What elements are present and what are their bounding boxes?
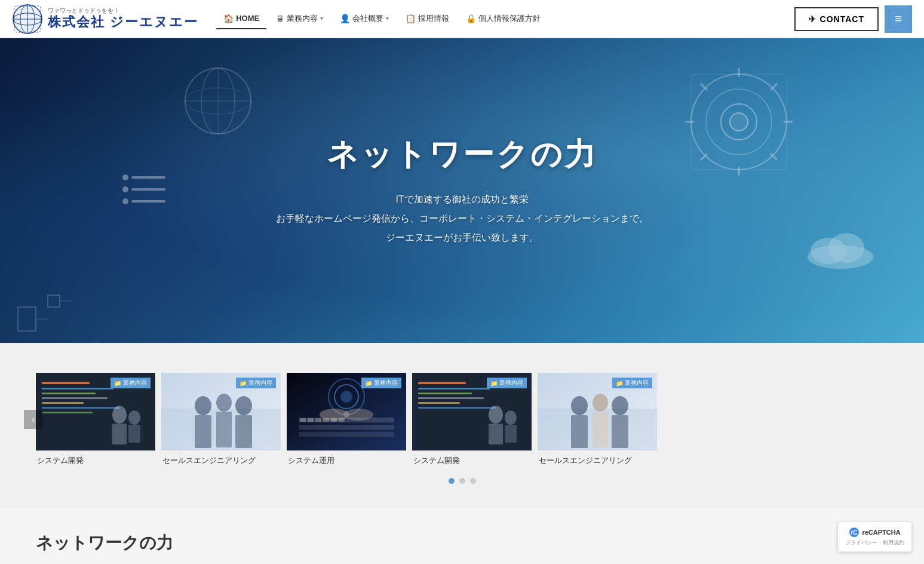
nav-recruitment[interactable]: 📋 採用情報	[398, 8, 456, 30]
svg-point-9	[730, 113, 748, 131]
card-5-badge-text: 業務内容	[625, 379, 649, 387]
recaptcha-label: reCAPTCHA	[862, 529, 900, 536]
svg-point-87	[593, 394, 608, 412]
card-3[interactable]: 📁 業務内容	[287, 373, 406, 466]
hero-subtitle: ITで加速する御社の成功と繁栄 お手軽なホームページ発信から、コーポレート・シス…	[276, 190, 649, 247]
globe-decoration	[179, 62, 257, 142]
header-right: ✈ CONTACT ≡	[794, 5, 912, 33]
contact-label: CONTACT	[820, 14, 864, 24]
card-4-label: システム開発	[412, 455, 532, 466]
logo[interactable]: ワァワっとドゥドゥをを！ 株式会社 ジーエヌエー	[12, 4, 198, 35]
svg-rect-33	[18, 307, 36, 331]
clipboard-icon: 📋	[406, 14, 416, 23]
card-1-image: 📁 業務内容	[36, 373, 155, 450]
list-decoration	[119, 168, 167, 213]
card-5[interactable]: 📁 業務内容	[538, 373, 657, 466]
svg-text:rC: rC	[851, 529, 858, 536]
carousel-dot-3[interactable]	[470, 478, 476, 484]
svg-rect-42	[42, 402, 84, 404]
svg-rect-77	[418, 402, 460, 404]
nav-privacy-label: 個人情報保護方針	[478, 13, 541, 24]
card-3-badge-text: 業務内容	[374, 379, 398, 387]
nav-services[interactable]: 🖥 業務内容 ▾	[269, 8, 330, 30]
globe-deco-icon	[179, 62, 257, 140]
svg-rect-46	[112, 424, 127, 445]
cloud-icon	[805, 227, 876, 269]
card-2-label: セールスエンジニアリング	[161, 455, 281, 466]
svg-point-27	[122, 174, 128, 180]
hero-line2: お手軽なホームページ発信から、コーポレート・システム・インテグレーションまで。	[276, 209, 649, 228]
card-5-badge: 📁 業務内容	[612, 378, 652, 388]
card-1[interactable]: 📁 業務内容	[36, 373, 155, 466]
card-2-badge: 📁 業務内容	[236, 378, 276, 388]
hero-content: ネットワークの力 ITで加速する御社の成功と繁栄 お手軽なホームページ発信から、…	[276, 134, 649, 247]
svg-rect-40	[42, 393, 96, 394]
cards-wrapper: ‹ 📁 業務内容	[36, 373, 888, 466]
card-3-badge: 📁 業務内容	[361, 378, 401, 388]
carousel-dot-2[interactable]	[459, 478, 465, 484]
recaptcha-logo: rC reCAPTCHA	[849, 527, 900, 538]
carousel-dots	[36, 478, 888, 484]
card-2-image: 📁 業務内容	[161, 373, 281, 450]
chevron-down-icon-2: ▾	[386, 15, 389, 22]
svg-rect-63	[315, 418, 321, 422]
card-3-image: 📁 業務内容	[287, 373, 406, 450]
card-1-label: システム開発	[36, 455, 155, 466]
svg-rect-56	[235, 415, 252, 448]
svg-rect-44	[42, 412, 93, 413]
recaptcha-icon: rC	[849, 527, 859, 538]
main-nav: 🏠 HOME 🖥 業務内容 ▾ 👤 会社概要 ▾ 📋 採用情報 🔒 個人情報保護…	[216, 8, 794, 30]
card-2[interactable]: 📁 業務内容	[161, 373, 281, 466]
svg-rect-48	[128, 425, 140, 443]
hamburger-menu-button[interactable]: ≡	[885, 5, 912, 33]
circuit-icon	[0, 283, 119, 343]
svg-rect-86	[571, 415, 588, 448]
cards-row: 📁 業務内容	[36, 373, 657, 466]
recaptcha-text: プライバシー・利用規約	[845, 539, 904, 547]
home-icon: 🏠	[223, 14, 234, 23]
bottom-section: ネットワークの力	[0, 508, 924, 564]
svg-point-51	[195, 396, 211, 415]
svg-rect-59	[299, 425, 394, 430]
list-icon	[119, 168, 167, 210]
carousel-dot-1[interactable]	[449, 478, 455, 484]
svg-rect-39	[42, 388, 113, 390]
svg-rect-61	[300, 418, 306, 422]
cards-section: ‹ 📁 業務内容	[0, 343, 924, 508]
nav-about[interactable]: 👤 会社概要 ▾	[333, 8, 396, 30]
logo-globe-icon	[12, 4, 43, 35]
contact-button[interactable]: ✈ CONTACT	[794, 7, 879, 31]
hero-line1: ITで加速する御社の成功と繁栄	[276, 190, 649, 209]
gear-decoration	[673, 56, 805, 190]
nav-privacy[interactable]: 🔒 個人情報保護方針	[459, 8, 548, 30]
card-4-image: 📁 業務内容	[412, 373, 532, 450]
hero-title: ネットワークの力	[276, 134, 649, 176]
folder-icon-4: 📁	[490, 380, 498, 387]
svg-rect-62	[308, 418, 314, 422]
svg-rect-76	[418, 397, 484, 399]
folder-icon: 📁	[114, 380, 121, 387]
svg-rect-90	[612, 415, 628, 448]
cloud-decoration	[805, 227, 876, 271]
svg-rect-80	[489, 424, 503, 445]
svg-rect-43	[42, 407, 119, 409]
card-4[interactable]: 📁 業務内容	[412, 373, 532, 466]
svg-rect-74	[418, 388, 490, 390]
svg-rect-73	[418, 382, 466, 384]
folder-icon-3: 📁	[365, 380, 372, 387]
prev-button[interactable]: ‹	[24, 410, 43, 429]
svg-rect-54	[216, 412, 232, 447]
svg-rect-75	[418, 393, 472, 394]
recaptcha-badge: rC reCAPTCHA プライバシー・利用規約	[837, 522, 912, 552]
logo-tagline: ワァワっとドゥドゥをを！	[48, 7, 198, 14]
card-2-badge-text: 業務内容	[248, 379, 272, 387]
folder-icon-5: 📁	[616, 380, 623, 387]
svg-point-89	[612, 396, 628, 415]
card-1-badge: 📁 業務内容	[110, 378, 151, 388]
hamburger-icon: ≡	[895, 12, 902, 26]
svg-point-45	[112, 406, 127, 424]
svg-point-29	[122, 186, 128, 192]
nav-recruitment-label: 採用情報	[418, 13, 449, 24]
nav-home[interactable]: 🏠 HOME	[216, 9, 266, 29]
svg-point-69	[340, 391, 352, 403]
